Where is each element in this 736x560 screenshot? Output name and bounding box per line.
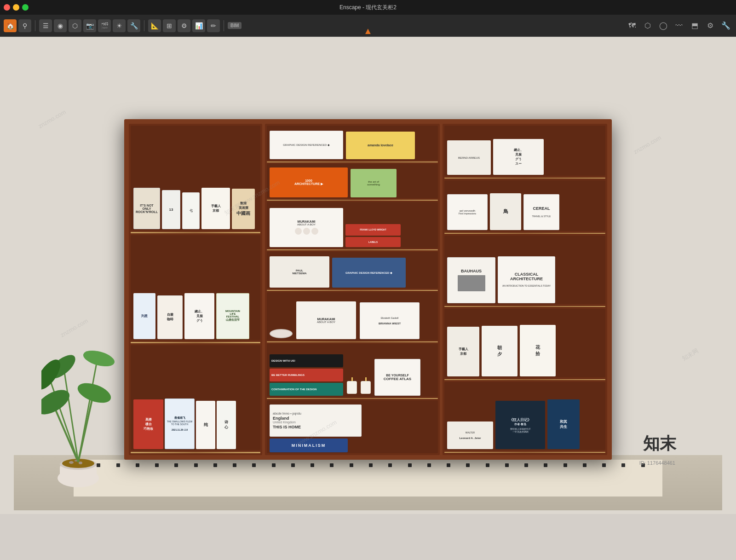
shelf-row-mid-2: 1000ARCHITECTURE ▶ the art ofsomething (267, 164, 438, 198)
shelf-rail-mid-6 (267, 398, 438, 399)
book-flower-pick: 花拾 (520, 325, 556, 376)
shelf-rail-mid-4 (267, 290, 438, 291)
circle-icon[interactable]: ◯ (657, 19, 670, 32)
book-pure: 纯 (196, 401, 215, 449)
svg-line-7 (78, 363, 97, 462)
rect-icon[interactable]: ⬒ (688, 19, 701, 32)
shelf-rail-mid-5 (267, 341, 438, 342)
svg-point-15 (79, 462, 82, 464)
settings-icon[interactable]: ⚙ (178, 19, 190, 32)
book-paul-nietsema: PAULNIETSEMA (270, 256, 329, 288)
shelf-rail-mid-2 (267, 200, 438, 201)
shelf-row-mid-6: DESIGN WITH US! BE BETTER RUMBLINGS CONT… (267, 344, 438, 397)
znzmo-logo: 知末 (643, 433, 676, 455)
logo-chinese-text: 知末 (643, 433, 676, 455)
rug-pattern (74, 460, 662, 471)
wave-icon[interactable]: 〰 (673, 19, 685, 32)
shelf-rail-mid-3 (267, 249, 438, 250)
book-total-stop-right: 總止、見服グうスー (493, 139, 544, 175)
book-elizabeth-gaskell: Elizabeth Gaskell BRIANNA WIEST (360, 302, 420, 339)
view-list-icon[interactable]: ☰ (39, 19, 52, 32)
shelf-row-left-1: IT'S NOT ONLY ROCK'N'ROLL 13 七 手藝人京都 敦煌英… (131, 126, 260, 231)
sun-icon[interactable]: ☀ (113, 19, 126, 32)
svg-line-6 (64, 372, 78, 462)
pen-icon[interactable]: ✏ (207, 19, 220, 32)
svg-point-14 (69, 461, 74, 464)
shelf-row-right-1: BERND ARBEUS 總止、見服グうスー (444, 126, 605, 176)
window-title: Enscape - 现代玄关柜2 (339, 4, 397, 12)
cube-icon[interactable]: ⬡ (641, 19, 654, 32)
rug (74, 460, 662, 496)
book-amanda: amanda lovelace (346, 132, 415, 159)
shelf-row-mid-3: MURAKAMIABOUT A BOY FRANK LLOYD WRIGHT L… (267, 202, 438, 248)
shelf-rail-mid-1 (267, 162, 438, 162)
tool-icon[interactable]: 🔧 (127, 19, 140, 32)
book-better-rumblings: BE BETTER RUMBLINGS (270, 369, 343, 381)
book-swallow-south: 燕雀南飞THE SWALLOWS FLEW TO THE SOUTH2021.1… (165, 398, 195, 449)
shelf-section-middle: GRAPHIC DESIGN REFERENCED ◆ amanda lovel… (265, 124, 440, 455)
grid-icon[interactable]: ⊞ (163, 19, 176, 32)
eye-icon[interactable]: ◉ (54, 19, 67, 32)
book-be-yourself: BE YOURSELFCOFFEE ATLAS (374, 359, 420, 396)
scroll-up-arrow[interactable]: ▲ (363, 26, 373, 36)
book-minimalism: MINIMALISM (270, 439, 348, 452)
bowl-decoration (270, 329, 293, 338)
shelf-rail-left-1 (131, 232, 260, 233)
bim-button[interactable]: BIM (228, 22, 242, 29)
book-morning-evening: 朝夕 (482, 326, 518, 376)
close-button[interactable] (4, 4, 10, 11)
book-graphic-design-1: GRAPHIC DESIGN REFERENCED ◆ (270, 131, 343, 159)
shelf-rail-right-3 (444, 306, 605, 307)
shelf-row-right-4: 手藝人京都 朝夕 花拾 (444, 309, 605, 377)
shelf-row-mid-5: MURAKAMIABOUT A BOY Elizabeth Gaskell BR… (267, 292, 438, 341)
camera-icon[interactable]: 📷 (83, 19, 96, 32)
id-badge: ID: 1176448461 (639, 458, 675, 467)
book-blue-left: 列星 (133, 293, 155, 339)
shelf-row-mid-1: GRAPHIC DESIGN REFERENCED ◆ amanda lovel… (267, 126, 438, 160)
shelf-section-right: BERND ARBEUS 總止、見服グうスー ael vervoedhFirst… (443, 124, 607, 455)
shelf-section-left: IT'S NOT ONLY ROCK'N'ROLL 13 七 手藝人京都 敦煌英… (129, 124, 262, 455)
svg-point-12 (81, 347, 115, 369)
book-classical-architecture: CLASSICALARCHITECTURE AN INTRODUCTION TO… (498, 256, 555, 303)
shelf-row-right-3: BAUHAUS CLASSICALARCHITECTURE AN INTRODU… (444, 236, 605, 304)
shelf-rail-left-2 (131, 342, 260, 343)
book-murakami-2: MURAKAMIABOUT A BOY (296, 301, 356, 339)
shelf-rail-right-2 (444, 233, 605, 234)
book-green-mid: the art ofsomething (351, 169, 397, 197)
map-icon[interactable]: 🗺 (626, 19, 638, 32)
home-icon[interactable]: 🏠 (4, 19, 17, 32)
book-crazy-diary: 《狂人日记》 作者·鲁迅 那些发人深省的句子一针见血的讽刺 (495, 401, 545, 449)
book-ael-vervoedh: ael vervoedhFirst Impressions (447, 194, 488, 230)
minimize-button[interactable] (13, 4, 19, 11)
shelf-row-right-2: ael vervoedhFirst Impressions 鳥 CEREAL T… (444, 180, 605, 231)
right-toolbar: 🗺 ⬡ ◯ 〰 ⬒ ⚙ 🔧 (626, 19, 732, 32)
maximize-button[interactable] (22, 4, 29, 11)
book-craftsman-kyoto-1: 手藝人京都 (201, 188, 230, 229)
book-total-stop: 總止、見服グう (184, 293, 214, 339)
book-chinese-painting: 敦煌英画窟中國画 (232, 189, 255, 229)
video-icon[interactable]: 🎬 (98, 19, 111, 32)
shelf-row-left-2: 列星 自叢咖啡 總止、見服グう MOUNTAINLIFEFESTIVAL山居生活… (131, 235, 260, 340)
search-icon[interactable]: ⚲ (18, 19, 31, 32)
shelf-rail-right-5 (444, 452, 605, 453)
shelf-rail-right-1 (444, 178, 605, 179)
stacked-design-books: DESIGN WITH US! BE BETTER RUMBLINGS CONT… (270, 354, 343, 396)
wrench-icon[interactable]: 🔧 (719, 19, 732, 32)
book-bauhaus: BAUHAUS (447, 257, 495, 303)
book-high-building: 高搭楼台巧艳妆 (133, 399, 163, 449)
book-graphic-design-2: GRAPHIC DESIGN REFERENCED ◆ (332, 258, 406, 288)
measure-icon[interactable]: 📐 (148, 19, 161, 32)
book-craftsman-kyoto-2: 手藝人京都 (447, 327, 479, 376)
book-its-not-rock: IT'S NOT ONLY ROCK'N'ROLL (133, 188, 160, 229)
svg-point-10 (75, 379, 114, 407)
shelf-row-mid-4: PAULNIETSEMA GRAPHIC DESIGN REFERENCED ◆ (267, 252, 438, 289)
toolbar-separator-1 (35, 20, 35, 31)
book-7: 七 (182, 192, 200, 229)
gear-icon[interactable]: ⚙ (704, 19, 717, 32)
book-murakami-1: MURAKAMIABOUT A BOY (270, 208, 343, 247)
main-viewport: znzmo.com 知末网www.znzmo.com znzmo.com znz… (0, 37, 736, 560)
book-bernd-arbeus: BERND ARBEUS (447, 140, 491, 175)
book-together: 和其共生 (547, 399, 580, 449)
chart-icon[interactable]: 📊 (192, 19, 205, 32)
hex-icon[interactable]: ⬡ (69, 19, 81, 32)
